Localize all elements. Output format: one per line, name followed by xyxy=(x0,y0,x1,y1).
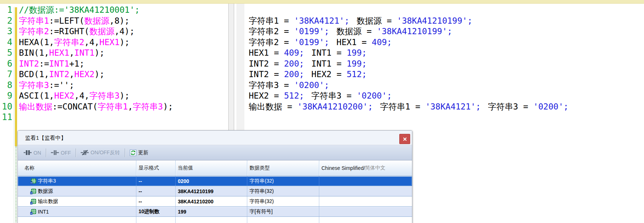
cell-lang xyxy=(319,207,412,216)
monitor-pair: 字符串3 = '0200'; xyxy=(249,80,329,90)
monitor-pair: INT1 = 199; xyxy=(311,59,367,68)
refresh-button[interactable]: 更新 xyxy=(128,148,151,158)
column-header-language[interactable]: Chinese Simplified/简体中文 xyxy=(319,160,412,176)
monitor-pair: HEX2 = 512; xyxy=(249,91,304,100)
column-header-value[interactable]: 当前值 xyxy=(175,160,247,176)
code-line[interactable]: 字符串3:=''; xyxy=(19,80,74,91)
watch-table-header: 名称 显示格式 当前值 数据类型 Chinese Simplified/简体中文 xyxy=(18,160,412,176)
code-line[interactable]: INT2:=INT1+1; xyxy=(19,59,84,69)
on-button[interactable]: ON xyxy=(21,148,43,157)
contact-off-icon xyxy=(51,150,59,155)
monitor-pair: 字符串2 = '0199'; xyxy=(249,37,329,47)
line-number: 2 xyxy=(0,16,14,27)
variable-icon xyxy=(30,199,36,204)
code-line[interactable]: BCD(1,INT2,HEX2); xyxy=(19,69,104,80)
table-row[interactable]: 字符串3--0200字符串(32) xyxy=(18,176,412,186)
monitor-line: 字符串3 = '0200'; xyxy=(249,80,336,91)
watch-toolbar: ON OFF ON/OFF反转 xyxy=(18,145,412,160)
line-number: 5 xyxy=(0,48,14,59)
cell-value: 199 xyxy=(175,207,247,216)
toolbar-separator xyxy=(46,148,46,157)
code-line[interactable]: ASCI(1,HEX2,4,字符串3); xyxy=(19,91,129,101)
contact-invert-icon xyxy=(81,150,89,155)
line-number: 4 xyxy=(0,37,14,48)
watch-window: 监看1【监看中】 ON xyxy=(17,130,412,223)
application-window: 1234567891011 //数据源:='38KA41210001';字符串1… xyxy=(0,0,644,223)
monitor-pair: 数据源 = '38KA41210199'; xyxy=(336,27,452,36)
toolbar-separator xyxy=(76,148,76,157)
table-row[interactable]: 输出数据--38KA41210200字符串(32) xyxy=(18,196,412,207)
line-number: 3 xyxy=(0,26,14,37)
line-number: 10 xyxy=(0,101,14,112)
code-line[interactable]: //数据源:='38KA41210001'; xyxy=(19,5,140,16)
off-button-label: OFF xyxy=(61,150,71,156)
monitor-pair: 字符串3 = '0200'; xyxy=(311,91,392,100)
variable-icon xyxy=(30,178,36,184)
monitor-pair: HEX2 = 512; xyxy=(311,69,367,79)
variable-icon xyxy=(30,188,36,194)
monitor-line: INT2 = 200;HEX2 = 512; xyxy=(249,69,374,80)
cell-type: 字[有符号] xyxy=(247,207,319,216)
monitor-line: 字符串2 = '0199';HEX1 = 409; xyxy=(249,37,399,48)
cell-name: 字符串3 xyxy=(18,176,136,186)
table-row[interactable]: INT110进制数199字[有符号] xyxy=(18,207,412,217)
refresh-button-label: 更新 xyxy=(138,150,148,156)
watch-window-titlebar[interactable]: 监看1【监看中】 xyxy=(18,131,412,145)
cell-type: 字符串(32) xyxy=(247,196,319,206)
column-header-name[interactable]: 名称 xyxy=(18,160,136,176)
monitor-line: 字符串2 = '0199';数据源 = '38KA41210199'; xyxy=(249,26,460,37)
edit-marker-bar xyxy=(15,7,17,146)
code-line[interactable]: 输出数据:=CONCAT(字符串1,字符串3); xyxy=(19,101,173,112)
cell-value xyxy=(175,217,247,223)
variable-icon xyxy=(30,209,36,215)
cell-lang xyxy=(319,217,412,223)
line-number: 11 xyxy=(0,112,14,123)
monitor-pair: HEX1 = 409; xyxy=(336,37,392,47)
cell-format: -- xyxy=(136,186,175,196)
table-row[interactable]: 数据源--38KA41210199字符串(32) xyxy=(18,186,412,196)
monitor-pair: INT2 = 200; xyxy=(249,69,304,79)
line-number: 1 xyxy=(0,5,14,16)
monitor-pair: HEX1 = 409; xyxy=(249,48,304,57)
cell-format: -- xyxy=(136,176,175,186)
table-row[interactable] xyxy=(18,217,412,223)
monitor-line: INT2 = 200;INT1 = 199; xyxy=(249,59,374,69)
cell-name xyxy=(18,217,136,223)
monitor-pair: 字符串3 = '0200'; xyxy=(488,102,568,111)
cell-lang xyxy=(319,196,412,206)
column-header-format[interactable]: 显示格式 xyxy=(136,160,175,176)
monitor-line: HEX1 = 409;INT1 = 199; xyxy=(249,48,374,59)
gutter-divider xyxy=(14,7,14,223)
watch-window-title: 监看1【监看中】 xyxy=(25,135,66,142)
monitor-pair: 字符串2 = '0199'; xyxy=(249,27,329,36)
close-icon xyxy=(403,137,407,141)
monitor-line: 输出数据 = '38KA41210200';字符串1 = '38KA4121';… xyxy=(249,101,576,112)
monitor-line: HEX2 = 512;字符串3 = '0200'; xyxy=(249,91,399,101)
cell-format: 10进制数 xyxy=(136,207,175,216)
cell-name: INT1 xyxy=(18,207,136,216)
line-number: 9 xyxy=(0,91,14,101)
off-button[interactable]: OFF xyxy=(49,148,73,157)
monitor-pair: 字符串1 = '38KA4121'; xyxy=(380,102,481,111)
cell-name: 数据源 xyxy=(18,186,136,196)
monitor-pair: INT1 = 199; xyxy=(311,48,367,57)
cell-name: 输出数据 xyxy=(18,196,136,206)
monitor-line: 字符串1 = '38KA4121';数据源 = '38KA41210199'; xyxy=(249,16,480,27)
monitor-pair: INT2 = 200; xyxy=(249,59,304,68)
code-line[interactable]: 字符串2:=RIGHT(数据源,4); xyxy=(19,26,135,37)
invert-button-label: ON/OFF反转 xyxy=(91,150,120,156)
top-marker-bar xyxy=(0,0,644,4)
cell-type: 字符串(32) xyxy=(247,176,319,186)
code-line[interactable]: HEXA(1,字符串2,4,HEX1); xyxy=(19,37,129,48)
on-off-invert-button[interactable]: ON/OFF反转 xyxy=(79,148,122,158)
code-line[interactable]: 字符串1:=LEFT(数据源,8); xyxy=(19,16,129,27)
column-header-type[interactable]: 数据类型 xyxy=(247,160,319,176)
watch-table-body: 字符串3--0200字符串(32) 数据源--38KA41210199字符串(3… xyxy=(18,176,412,223)
monitor-pair: 数据源 = '38KA41210199'; xyxy=(357,16,472,25)
code-line[interactable]: BIN(1,HEX1,INT1); xyxy=(19,48,104,59)
cell-type xyxy=(247,217,319,223)
close-button[interactable] xyxy=(399,134,410,144)
line-number: 8 xyxy=(0,80,14,91)
line-number: 7 xyxy=(0,69,14,80)
cell-value: 38KA41210200 xyxy=(175,196,247,206)
